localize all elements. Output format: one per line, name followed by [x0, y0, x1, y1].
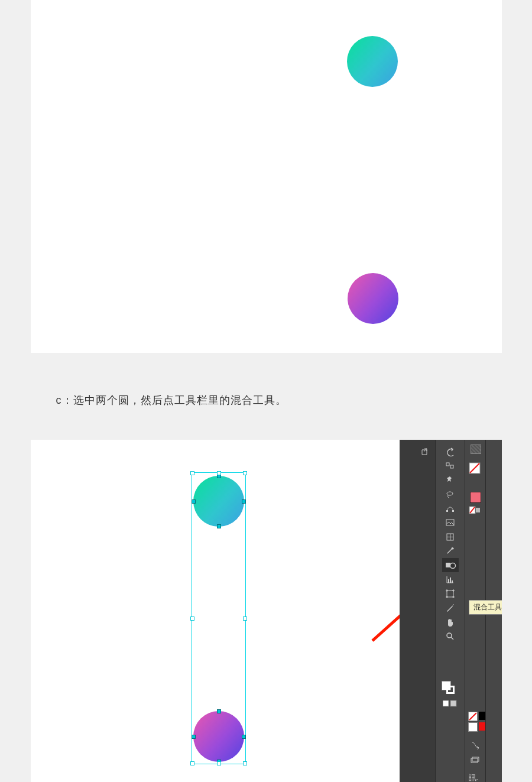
white-swatch[interactable] [468, 722, 478, 732]
svg-rect-16 [450, 700, 456, 706]
blend-tool-icon[interactable] [442, 558, 459, 572]
anchor-point[interactable] [217, 709, 221, 713]
grid-icon[interactable] [442, 530, 459, 544]
gradient-circle-magenta [348, 273, 398, 324]
resize-handle[interactable] [217, 761, 221, 765]
illustrator-panels: 訊. R G B 符号 画笔 外观 [400, 440, 502, 782]
none-swatch[interactable] [469, 506, 481, 515]
resize-handle[interactable] [243, 471, 247, 475]
resize-handle[interactable] [243, 761, 247, 765]
panel-strip-a [400, 440, 435, 782]
eyedropper-icon[interactable] [442, 544, 459, 558]
color-swatch[interactable] [470, 492, 481, 503]
align-icon[interactable] [442, 459, 459, 473]
graph-icon[interactable] [442, 572, 459, 586]
zoom-icon[interactable] [442, 629, 459, 643]
stack-icon[interactable] [470, 755, 480, 767]
gradient-circle-teal [347, 36, 398, 87]
svg-rect-2 [450, 465, 453, 468]
svg-rect-12 [452, 580, 453, 583]
anchor-point[interactable] [217, 524, 221, 528]
anchor-point[interactable] [242, 499, 246, 504]
svg-rect-15 [443, 700, 449, 706]
anchor-point[interactable] [192, 735, 196, 739]
resize-handle[interactable] [190, 616, 194, 621]
lasso-icon[interactable] [442, 487, 459, 501]
pin-icon[interactable] [442, 473, 459, 487]
panel-strip-b [435, 440, 465, 782]
type-indicator[interactable]: 訊. [469, 773, 479, 782]
artboard[interactable] [31, 440, 400, 782]
svg-rect-10 [448, 579, 449, 583]
svg-rect-8 [446, 563, 450, 567]
swap-colors-icon[interactable] [470, 740, 480, 751]
resize-handle[interactable] [190, 761, 194, 765]
resize-handle[interactable] [217, 471, 221, 475]
selected-circle-magenta[interactable] [193, 711, 244, 762]
selection-bounding-box[interactable] [192, 472, 246, 764]
knife-icon[interactable] [442, 601, 459, 615]
svg-rect-4 [446, 510, 448, 512]
svg-point-3 [447, 492, 453, 495]
undo-icon[interactable] [442, 444, 459, 459]
step-c-caption: c：选中两个圆，然后点工具栏里的混合工具。 [31, 353, 502, 440]
color-mode-row[interactable] [443, 700, 457, 708]
popout-icon[interactable] [420, 448, 430, 457]
svg-rect-21 [476, 508, 480, 512]
svg-line-22 [469, 713, 476, 720]
resize-handle[interactable] [190, 471, 194, 475]
fill-none-icon[interactable] [469, 462, 481, 474]
none-small-icon[interactable] [468, 712, 478, 721]
selected-circle-teal[interactable] [193, 476, 244, 527]
artboard-icon[interactable] [442, 586, 459, 601]
image-icon[interactable] [442, 515, 459, 530]
svg-rect-1 [446, 463, 449, 466]
anchor-point[interactable] [192, 499, 196, 504]
svg-rect-6 [446, 520, 454, 525]
texture-swatch[interactable] [471, 444, 481, 454]
path-icon[interactable] [442, 501, 459, 515]
svg-point-14 [447, 633, 452, 638]
tutorial-figure-two-circles [31, 0, 502, 353]
anchor-point[interactable] [242, 735, 246, 739]
hand-icon[interactable] [442, 615, 459, 629]
svg-rect-11 [450, 577, 451, 583]
tutorial-figure-blend-tool: 訊. R G B 符号 画笔 外观 [31, 440, 502, 782]
blend-tool-tooltip: 混合工具 (W) [469, 600, 502, 615]
svg-rect-13 [447, 590, 453, 597]
svg-rect-5 [452, 510, 454, 512]
fill-stroke-selector[interactable] [442, 681, 451, 690]
svg-point-9 [450, 563, 455, 568]
resize-handle[interactable] [243, 616, 247, 621]
